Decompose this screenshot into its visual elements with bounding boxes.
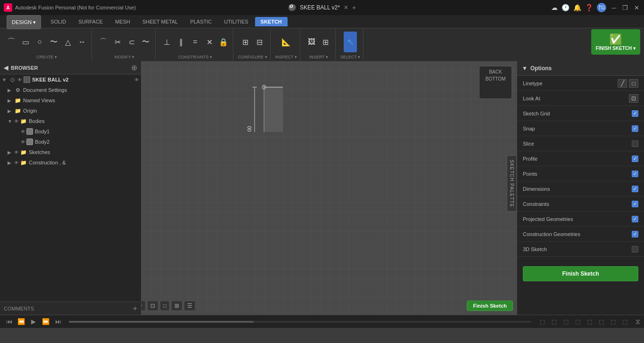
expand-sketches-icon[interactable]: ▶ [8,150,14,155]
user-avatar[interactable]: TG [597,3,606,12]
expand-root-icon[interactable]: ▼ [2,77,8,82]
tl-tool2[interactable]: ⬚ [549,317,559,327]
tl-tool6[interactable]: ⬚ [596,317,606,327]
root-visibility-icon[interactable]: 👁 [17,77,22,82]
tab-sketch[interactable]: SKETCH [255,17,288,26]
fix-btn[interactable]: 🔒 [217,32,230,52]
tl-tool8[interactable]: ⬚ [619,317,630,327]
sketch-settings-btn[interactable]: ⊞ [239,32,252,52]
timeline-prev-btn[interactable]: ⏪ [16,317,26,327]
timeline-play-btn[interactable]: ▶ [28,317,39,327]
tree-item-doc-settings[interactable]: ▶ ⚙ Document Settings [0,85,141,95]
body1-eye-icon[interactable]: 👁 [21,129,25,134]
rect-tool-btn[interactable]: ▭ [19,32,32,52]
timeline-next-btn[interactable]: ⏩ [41,317,51,327]
fillet-btn[interactable]: ⌒ [97,32,110,52]
look-at-icon[interactable]: ⊡ [629,94,638,103]
expand-bodies-icon[interactable]: ▼ [8,119,14,124]
tree-item-construction[interactable]: ▶ 👁 📁 Construction , & [0,157,141,168]
dimensions-checkbox[interactable]: ✓ [632,186,638,192]
tab-utilities[interactable]: UTILITIES [218,17,254,26]
profile-checkbox[interactable]: ✓ [632,155,638,162]
expand-views-icon[interactable]: ▶ [8,98,14,103]
trim-btn[interactable]: ✂ [111,32,124,52]
dimension-tool-btn[interactable]: ↔ [75,32,89,52]
bodies-eye-icon[interactable]: 👁 [14,119,19,124]
sketches-eye-icon[interactable]: 👁 [14,150,19,155]
help-icon[interactable]: ❓ [585,4,593,11]
polygon-tool-btn[interactable]: △ [61,32,74,52]
expand-construction-icon[interactable]: ▶ [8,160,14,165]
coincident-btn[interactable]: ⊥ [160,32,173,52]
line-tool-btn[interactable]: ⌒ [5,32,18,52]
view-cube[interactable]: BACK BOTTOM [479,66,512,99]
3d-sketch-checkbox[interactable] [632,246,638,253]
options-collapse-icon[interactable]: ▼ [522,65,528,72]
arc-tool-btn[interactable]: 〜 [47,32,60,52]
display-mode-btn[interactable]: □ [160,301,170,311]
tab-surface[interactable]: SURFACE [73,17,108,26]
tl-tool5[interactable]: ⬚ [584,317,594,327]
insert-dxf-btn[interactable]: ⊞ [319,32,332,52]
equal-btn[interactable]: = [189,32,202,52]
finish-sketch-panel-btn[interactable]: Finish Sketch [523,266,638,281]
restore-btn[interactable]: ❐ [621,4,629,11]
sketch-palette-tab[interactable]: SKETCH PALETTE [507,155,517,212]
view-bottom-label[interactable]: BOTTOM [483,75,508,82]
cloud-icon[interactable]: ☁ [551,4,558,11]
tab-solid[interactable]: SOLID [45,17,72,26]
add-comment-icon[interactable]: + [133,304,137,313]
tree-item-named-views[interactable]: ▶ 📁 Named Views [0,95,141,106]
slice-checkbox[interactable] [632,140,638,147]
tl-tool4[interactable]: ⬚ [572,317,583,327]
tree-item-body1[interactable]: 👁 Body1 [0,126,141,137]
linetype-icon2[interactable]: □ [629,79,638,88]
projected-geo-checkbox[interactable]: ✓ [632,216,638,222]
tab-mesh[interactable]: MESH [109,17,136,26]
tl-tool1[interactable]: ⬚ [537,317,547,327]
more-btn[interactable]: ☰ [184,301,196,311]
offset-btn[interactable]: ⊂ [125,32,138,52]
finish-sketch-btn[interactable]: ✅ FINISH SKETCH ▾ [591,29,640,55]
bell-icon[interactable]: 🔔 [573,4,581,11]
clock-icon[interactable]: 🕐 [561,4,570,11]
select-btn[interactable]: ↖ [344,32,357,52]
browser-collapse-icon[interactable]: ◀ [4,65,8,71]
construction-eye-icon[interactable]: 👁 [14,160,19,165]
zoom-in-btn[interactable]: 🔍+ [141,301,146,311]
sketch-grid-checkbox[interactable]: ✓ [632,110,638,117]
linetype-icon1[interactable]: ╱ [618,79,627,88]
minimize-btn[interactable]: ─ [610,4,618,11]
tl-tool7[interactable]: ⬚ [608,317,618,327]
measure-btn[interactable]: 📐 [280,32,293,52]
expand-origin-icon[interactable]: ▶ [8,108,14,114]
insert-img-btn[interactable]: 🖼 [305,32,318,52]
timeline-start-btn[interactable]: ⏮ [4,317,14,327]
fit-btn[interactable]: ⊡ [147,301,158,311]
timeline-end-btn[interactable]: ⏭ [53,317,63,327]
view-back-label[interactable]: BACK [483,68,508,75]
design-menu-btn[interactable]: DESIGN ▾ [7,15,41,29]
tree-item-origin[interactable]: ▶ 📁 Origin [0,106,141,116]
tree-item-root[interactable]: ▼ ◇ 👁 SKEE BALL v2 👁 [0,74,141,85]
circle-tool-btn[interactable]: ○ [33,32,46,52]
tree-item-body2[interactable]: 👁 Body2 [0,137,141,147]
body2-eye-icon[interactable]: 👁 [21,139,25,145]
timeline-bar[interactable] [69,321,531,323]
tree-item-bodies[interactable]: ▼ 👁 📁 Bodies [0,116,141,126]
finish-sketch-bottom-btn[interactable]: Finish Sketch [467,301,513,311]
snap-checkbox[interactable]: ✓ [632,125,638,132]
root-eye2-icon[interactable]: 👁 [134,77,139,82]
collinear-btn[interactable]: ∥ [174,32,188,52]
tab-plastic[interactable]: PLASTIC [184,17,217,26]
close-tab-icon[interactable]: ✕ [344,4,348,11]
tree-item-sketches[interactable]: ▶ 👁 📁 Sketches [0,147,141,157]
close-btn[interactable]: ✕ [633,4,640,11]
drag-handle-icon[interactable]: ⧖ [636,318,640,326]
add-tab-icon[interactable]: + [352,4,356,11]
points-checkbox[interactable]: ✓ [632,171,638,177]
sketch-grid-btn[interactable]: ⊟ [253,32,266,52]
expand-doc-icon[interactable]: ▶ [8,88,14,93]
browser-add-icon[interactable]: ⊕ [131,63,137,72]
symmetry-btn[interactable]: ✕ [203,32,216,52]
